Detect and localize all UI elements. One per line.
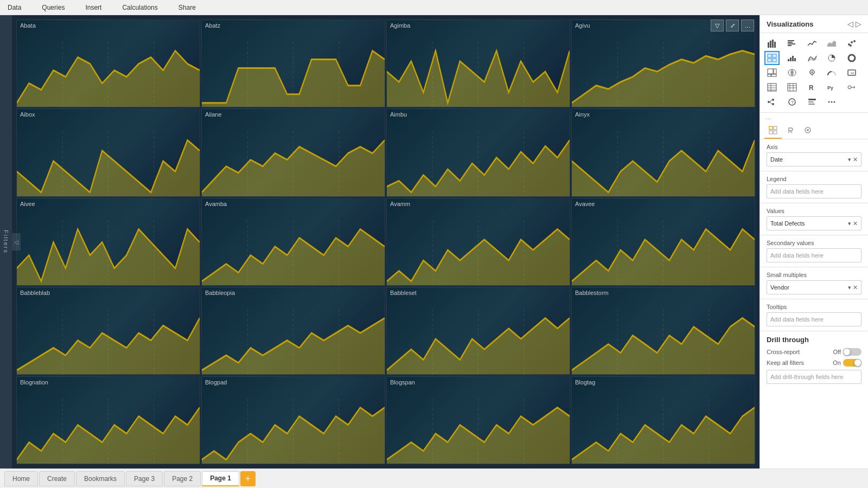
small-multiples-field[interactable]: Vendor ▾ ✕ bbox=[767, 280, 861, 294]
tab-bookmarks[interactable]: Bookmarks bbox=[76, 471, 125, 486]
chart-cell[interactable]: Avavee bbox=[571, 198, 755, 286]
legend-label: Legend bbox=[767, 176, 861, 182]
menu-insert[interactable]: Insert bbox=[83, 3, 104, 12]
chart-cell[interactable]: Aivee bbox=[16, 198, 200, 286]
key-influencer-icon[interactable] bbox=[844, 80, 859, 94]
tab-page3[interactable]: Page 3 bbox=[126, 471, 163, 486]
chart-cell[interactable]: Aibox bbox=[16, 108, 200, 196]
collapse-chart-arrow[interactable]: ◁ bbox=[12, 233, 21, 251]
svg-rect-100 bbox=[794, 58, 796, 61]
chart-cell-label: Blogtag bbox=[575, 379, 595, 386]
svg-point-109 bbox=[811, 72, 813, 73]
svg-rect-106 bbox=[771, 74, 776, 76]
chart-cell[interactable]: Babbleset bbox=[386, 287, 570, 375]
legend-field[interactable]: Add data fields here bbox=[767, 184, 861, 198]
tooltips-field[interactable]: Add data fields here bbox=[767, 312, 861, 326]
axis-chevron-icon[interactable]: ▾ bbox=[848, 156, 851, 163]
smart-narrative-icon[interactable] bbox=[805, 95, 820, 109]
svg-rect-136 bbox=[808, 99, 816, 100]
filled-map-icon[interactable] bbox=[784, 66, 800, 80]
small-multiple-line-icon[interactable] bbox=[764, 51, 780, 65]
chart-cell[interactable]: Agimba bbox=[386, 20, 570, 107]
clustered-bar-icon[interactable] bbox=[784, 36, 800, 50]
r-visual-icon[interactable]: R bbox=[805, 80, 820, 94]
format-tab[interactable] bbox=[782, 124, 799, 139]
fields-tab[interactable] bbox=[764, 124, 782, 139]
values-chevron-icon[interactable]: ▾ bbox=[848, 220, 851, 227]
tab-page2[interactable]: Page 2 bbox=[164, 471, 201, 486]
line-chart-icon[interactable] bbox=[805, 36, 820, 50]
menu-share[interactable]: Share bbox=[176, 3, 198, 12]
cross-report-label: Cross-report bbox=[767, 349, 800, 355]
viz-collapse-left[interactable]: ◁ bbox=[847, 20, 853, 28]
values-field[interactable]: Total Defects ▾ ✕ bbox=[767, 216, 861, 230]
chart-cell[interactable]: Blognation bbox=[16, 376, 200, 464]
chart-cell[interactable]: Babblestorm bbox=[571, 287, 755, 375]
menu-data[interactable]: Data bbox=[5, 3, 23, 12]
chart-cell[interactable]: Avamba bbox=[201, 198, 385, 286]
expand-button[interactable]: ⤢ bbox=[726, 20, 739, 31]
secondary-values-field[interactable]: Add data fields here bbox=[767, 248, 861, 262]
chart-cell[interactable]: Ainyx bbox=[571, 108, 755, 196]
pie-chart-icon[interactable] bbox=[824, 51, 839, 65]
card-icon[interactable]: 42 bbox=[844, 66, 859, 80]
small-multiples-chevron-icon[interactable]: ▾ bbox=[848, 284, 851, 291]
svg-point-147 bbox=[807, 129, 809, 131]
waterfall-icon[interactable] bbox=[784, 51, 800, 65]
tab-page1[interactable]: Page 1 bbox=[202, 471, 239, 486]
chart-cell[interactable]: Avamm bbox=[386, 198, 570, 286]
filter-button[interactable]: ▽ bbox=[711, 20, 724, 31]
chart-cell[interactable]: Ailane bbox=[201, 108, 385, 196]
svg-point-102 bbox=[848, 55, 855, 61]
chart-cell[interactable]: Blogtag bbox=[571, 376, 755, 464]
svg-point-92 bbox=[850, 44, 852, 47]
viz-expand-right[interactable]: ▷ bbox=[856, 20, 861, 28]
chart-cell[interactable]: Aimbu bbox=[386, 108, 570, 196]
cross-report-toggle[interactable] bbox=[843, 348, 861, 356]
svg-point-90 bbox=[851, 41, 853, 43]
table-icon[interactable] bbox=[764, 80, 780, 94]
chart-cell[interactable]: Babbleblab bbox=[16, 287, 200, 375]
donut-chart-icon[interactable] bbox=[844, 51, 859, 65]
drill-add-field-placeholder: Add drill-through fields here bbox=[770, 374, 844, 380]
ribbon-chart-icon[interactable] bbox=[805, 51, 820, 65]
axis-field[interactable]: Date ▾ ✕ bbox=[767, 152, 861, 166]
bottom-bar: Home Create Bookmarks Page 3 Page 2 Page… bbox=[0, 468, 868, 488]
area-chart-icon[interactable] bbox=[824, 36, 839, 50]
map-icon[interactable] bbox=[805, 66, 820, 80]
tab-home[interactable]: Home bbox=[4, 471, 38, 486]
filters-sidebar[interactable]: Filters bbox=[0, 15, 12, 468]
tab-create[interactable]: Create bbox=[39, 471, 75, 486]
chart-cell[interactable]: Abata bbox=[16, 20, 200, 107]
treemap-icon[interactable] bbox=[764, 66, 780, 80]
bar-chart-icon[interactable] bbox=[764, 36, 780, 50]
add-page-button[interactable]: + bbox=[240, 471, 256, 486]
small-multiples-grid: AbataAbatzAgimbaAgivuAiboxAilaneAimbuAin… bbox=[12, 15, 760, 468]
keep-filters-toggle[interactable] bbox=[843, 359, 861, 367]
small-multiples-clear-icon[interactable]: ✕ bbox=[853, 284, 858, 291]
chart-cell[interactable]: Agivu bbox=[571, 20, 755, 107]
chart-cell[interactable]: Babbleopia bbox=[201, 287, 385, 375]
svg-rect-103 bbox=[768, 69, 773, 74]
values-clear-icon[interactable]: ✕ bbox=[853, 220, 858, 227]
scatter-icon[interactable] bbox=[844, 36, 859, 50]
analytics-tab[interactable] bbox=[799, 124, 816, 139]
python-icon[interactable]: Py bbox=[824, 80, 839, 94]
gauge-icon[interactable] bbox=[824, 66, 839, 80]
decomp-tree-icon[interactable] bbox=[764, 95, 780, 109]
viz-panel-arrows: ◁ ▷ bbox=[847, 20, 861, 28]
chart-cell-label: Babblestorm bbox=[575, 290, 609, 296]
chart-cell[interactable]: Blogspan bbox=[386, 376, 570, 464]
axis-section: Axis Date ▾ ✕ bbox=[760, 139, 868, 171]
more-button[interactable]: … bbox=[741, 20, 754, 31]
drill-add-field[interactable]: Add drill-through fields here bbox=[767, 370, 861, 384]
menu-calculations[interactable]: Calculations bbox=[120, 3, 159, 12]
menu-queries[interactable]: Queries bbox=[40, 3, 67, 12]
svg-marker-4 bbox=[202, 51, 385, 107]
chart-cell[interactable]: Blogpad bbox=[201, 376, 385, 464]
qa-icon[interactable]: ? bbox=[784, 95, 800, 109]
axis-clear-icon[interactable]: ✕ bbox=[853, 156, 858, 163]
chart-cell[interactable]: Abatz bbox=[201, 20, 385, 107]
more-visuals-icon[interactable] bbox=[824, 95, 839, 109]
matrix-icon[interactable] bbox=[784, 80, 800, 94]
